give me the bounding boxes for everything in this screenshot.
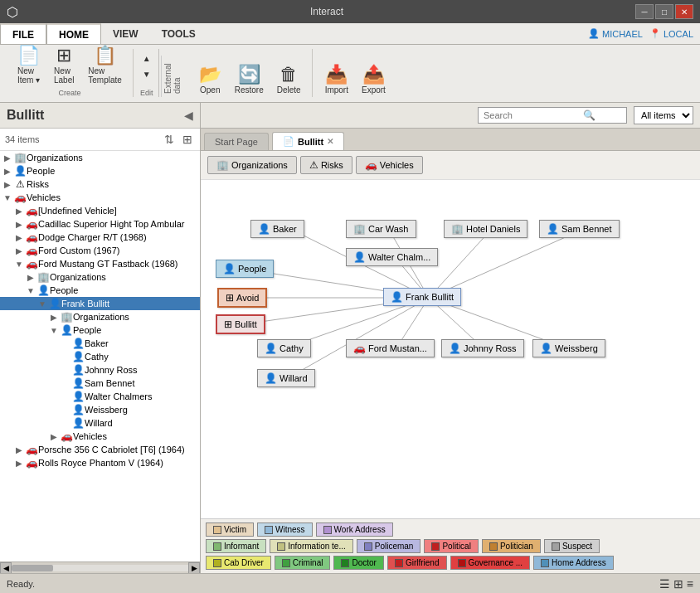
legend-label-political: Political bbox=[442, 542, 470, 551]
tab-bullitt-close[interactable]: ✕ bbox=[327, 137, 333, 146]
graph-node-avoid[interactable]: ⊞ Avoid bbox=[217, 288, 267, 308]
graph-node-weissberg[interactable]: 👤 Weissberg bbox=[532, 339, 605, 357]
menu-home[interactable]: HOME bbox=[46, 23, 101, 44]
legend-doctor[interactable]: Doctor bbox=[333, 556, 383, 570]
legend-cab-driver[interactable]: Cab Driver bbox=[206, 556, 271, 570]
hscroll-left-button[interactable]: ◀ bbox=[0, 562, 12, 574]
legend-witness[interactable]: Witness bbox=[257, 523, 313, 537]
graph-node-baker[interactable]: 👤 Baker bbox=[250, 220, 304, 238]
graph-node-ford-mustan[interactable]: 🚗 Ford Mustan... bbox=[346, 339, 435, 357]
legend-criminal[interactable]: Criminal bbox=[275, 556, 331, 570]
tree-label-baker: Baker bbox=[85, 338, 200, 348]
menu-view[interactable]: VIEW bbox=[101, 23, 150, 44]
legend-policeman[interactable]: Policeman bbox=[357, 539, 421, 553]
legend-informant[interactable]: Informant bbox=[206, 539, 266, 553]
sidebar-tool-sort[interactable]: ⇅ bbox=[162, 132, 177, 147]
graph-node-bullitt[interactable]: ⊞ Bullitt bbox=[216, 314, 265, 334]
sidebar-hscroll[interactable]: ◀ ▶ bbox=[0, 561, 200, 573]
menu-tools[interactable]: TOOLS bbox=[150, 23, 207, 44]
tree-item-baker[interactable]: 👤 Baker bbox=[0, 337, 200, 350]
tree-item-dodge[interactable]: ▶ 🚗 Dodge Charger R/T (1968) bbox=[0, 231, 200, 244]
tree-item-risks[interactable]: ▶ ⚠ Risks bbox=[0, 177, 200, 191]
tree-item-sam-bennet[interactable]: 👤 Sam Bennet bbox=[0, 377, 200, 390]
graph-node-walter-chalm[interactable]: 👤 Walter Chalm... bbox=[346, 248, 438, 266]
tree-item-cadillac[interactable]: ▶ 🚗 Cadillac Superior Hight Top Ambular bbox=[0, 217, 200, 231]
tree-item-organizations[interactable]: ▶ 🏢 Organizations bbox=[0, 151, 200, 164]
tree-item-mustang-orgs[interactable]: ▶ 🏢 Organizations bbox=[0, 270, 200, 284]
search-icon[interactable]: 🔍 bbox=[583, 109, 595, 121]
legend-politician[interactable]: Politician bbox=[482, 539, 541, 553]
graph-canvas[interactable]: 👤 Baker 🏢 Car Wash 🏢 Hotel Daniels 👤 Sam… bbox=[201, 180, 700, 518]
cat-tab-organizations[interactable]: 🏢 Organizations bbox=[207, 156, 297, 174]
tree-item-fb-orgs[interactable]: ▶ 🏢 Organizations bbox=[0, 310, 200, 323]
graph-node-johnny-ross[interactable]: 👤 Johnny Ross bbox=[441, 339, 524, 357]
status-icon-grid[interactable]: ⊞ bbox=[673, 577, 683, 591]
tree-item-walter-chalmers[interactable]: 👤 Walter Chalmers bbox=[0, 390, 200, 403]
user-indicator[interactable]: 👤 MICHAEL bbox=[588, 28, 643, 39]
cat-tab-vehicles[interactable]: 🚗 Vehicles bbox=[356, 156, 423, 174]
legend-information[interactable]: Information te... bbox=[270, 539, 352, 553]
tree-item-fb-people[interactable]: ▼ 👤 People bbox=[0, 323, 200, 337]
minimize-button[interactable]: ─ bbox=[635, 4, 654, 19]
graph-node-cathy[interactable]: 👤 Cathy bbox=[257, 339, 311, 357]
sidebar-tool-view[interactable]: ⊞ bbox=[180, 132, 195, 147]
close-button[interactable]: ✕ bbox=[675, 4, 693, 19]
tab-bullitt[interactable]: 📄 Bullitt ✕ bbox=[272, 132, 344, 150]
delete-button[interactable]: 🗑 Delete bbox=[271, 63, 307, 97]
status-icon-list[interactable]: ☰ bbox=[659, 577, 670, 591]
hscroll-thumb[interactable] bbox=[12, 565, 53, 571]
legend-victim[interactable]: Victim bbox=[206, 523, 254, 537]
open-button[interactable]: 📂 Open bbox=[193, 63, 227, 97]
tree-item-willard[interactable]: 👤 Willard bbox=[0, 416, 200, 430]
restore-button[interactable]: 🔄 Restore bbox=[229, 63, 270, 97]
search-input[interactable] bbox=[484, 110, 583, 120]
sidebar-collapse-button[interactable]: ◀ bbox=[184, 109, 193, 122]
graph-node-willard[interactable]: 👤 Willard bbox=[257, 369, 315, 387]
search-box[interactable]: 🔍 bbox=[478, 107, 627, 124]
legend-label-cab-driver: Cab Driver bbox=[224, 558, 264, 567]
tree-item-rolls-royce[interactable]: ▶ 🚗 Rolls Royce Phantom V (1964) bbox=[0, 456, 200, 469]
tree-item-ford-custom[interactable]: ▶ 🚗 Ford Custom (1967) bbox=[0, 244, 200, 257]
graph-node-frank-bullitt[interactable]: 👤 Frank Bullitt bbox=[383, 288, 461, 306]
status-icon-detail[interactable]: ≡ bbox=[687, 577, 693, 591]
tree-item-johnny-ross[interactable]: 👤 Johnny Ross bbox=[0, 363, 200, 377]
hscroll-right-button[interactable]: ▶ bbox=[188, 562, 200, 574]
graph-node-people[interactable]: 👤 People bbox=[216, 260, 274, 278]
export-button[interactable]: 📤 Export bbox=[356, 63, 391, 97]
graph-node-carwash[interactable]: 🏢 Car Wash bbox=[346, 220, 416, 238]
new-item-button[interactable]: 📄 NewItem ▾ bbox=[12, 44, 46, 87]
edit-down-button[interactable]: ▼ bbox=[139, 67, 155, 81]
tree-item-porsche[interactable]: ▶ 🚗 Porsche 356 C Cabriolet [T6] (1964) bbox=[0, 443, 200, 456]
tree-item-ford-mustang[interactable]: ▼ 🚗 Ford Mustang GT Fastback (1968) bbox=[0, 257, 200, 270]
legend-girlfriend[interactable]: Girlfriend bbox=[387, 556, 447, 570]
maximize-button[interactable]: □ bbox=[655, 4, 673, 19]
sidebar: Bullitt ◀ 34 items ⇅ ⊞ ▶ 🏢 Organizations… bbox=[0, 103, 201, 573]
cat-tab-risks[interactable]: ⚠ Risks bbox=[300, 156, 352, 174]
tree-item-vehicles[interactable]: ▼ 🚗 Vehicles bbox=[0, 191, 200, 204]
tab-start-page[interactable]: Start Page bbox=[204, 133, 269, 150]
import-button[interactable]: 📥 Import bbox=[319, 63, 354, 97]
tree-item-undef-vehicle[interactable]: ▶ 🚗 [Undefined Vehicle] bbox=[0, 204, 200, 217]
new-label-button[interactable]: ⊞ NewLabel bbox=[47, 44, 80, 87]
tree-item-cathy[interactable]: 👤 Cathy bbox=[0, 350, 200, 363]
menu-file[interactable]: FILE bbox=[0, 23, 46, 44]
filter-select[interactable]: All items bbox=[634, 106, 693, 124]
location-indicator[interactable]: 📍 LOCAL bbox=[649, 28, 693, 39]
cat-risks-label: Risks bbox=[321, 160, 343, 170]
legend-governance[interactable]: Governance ... bbox=[450, 556, 531, 570]
username: MICHAEL bbox=[602, 29, 643, 39]
edit-up-button[interactable]: ▲ bbox=[139, 51, 155, 66]
legend-political[interactable]: Political bbox=[424, 539, 478, 553]
mustang-orgs-icon: 🏢 bbox=[36, 271, 50, 283]
tree-item-mustang-people[interactable]: ▼ 👤 People bbox=[0, 284, 200, 297]
tree-item-people[interactable]: ▶ 👤 People bbox=[0, 164, 200, 177]
new-template-button[interactable]: 📋 NewTemplate bbox=[82, 44, 128, 87]
graph-node-hotel-daniels[interactable]: 🏢 Hotel Daniels bbox=[444, 220, 527, 238]
legend-home-address[interactable]: Home Address bbox=[533, 556, 614, 570]
legend-suspect[interactable]: Suspect bbox=[544, 539, 600, 553]
tree-item-weissberg[interactable]: 👤 Weissberg bbox=[0, 403, 200, 416]
tree-item-fb-vehicles[interactable]: ▶ 🚗 Vehicles bbox=[0, 430, 200, 443]
graph-node-sam-bennet[interactable]: 👤 Sam Bennet bbox=[539, 220, 620, 238]
tree-item-frank-bullitt[interactable]: ▼ 👤 Frank Bullitt bbox=[0, 297, 200, 310]
legend-work-address[interactable]: Work Address bbox=[316, 523, 393, 537]
